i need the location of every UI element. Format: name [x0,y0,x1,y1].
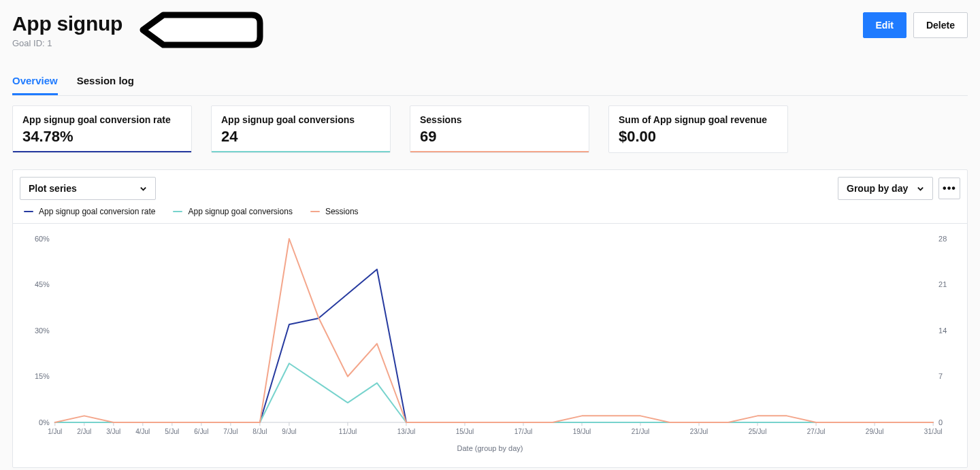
svg-text:1/Jul: 1/Jul [48,428,62,435]
svg-text:60%: 60% [35,235,50,243]
svg-text:9/Jul: 9/Jul [282,428,296,435]
legend-item[interactable]: App signup goal conversions [173,207,292,223]
svg-text:5/Jul: 5/Jul [165,428,179,435]
card-value: $0.00 [619,128,778,146]
svg-text:29/Jul: 29/Jul [866,428,884,435]
group-by-select[interactable]: Group by day [838,177,933,200]
delete-button[interactable]: Delete [913,12,968,38]
svg-text:15/Jul: 15/Jul [456,428,474,435]
line-chart: 0%15%30%45%60%071421281/Jul2/Jul3/Jul4/J… [22,231,958,455]
legend-item[interactable]: Sessions [310,207,359,223]
goal-id-label: Goal ID: 1 [12,38,122,48]
svg-text:31/Jul: 31/Jul [924,428,943,435]
legend-swatch [24,211,33,212]
svg-text:2/Jul: 2/Jul [77,428,91,435]
svg-text:28: 28 [938,235,947,243]
plot-series-select[interactable]: Plot series [20,177,156,200]
svg-text:8/Jul: 8/Jul [252,428,267,435]
card-accent [13,151,191,152]
svg-text:14: 14 [938,326,947,335]
page-title: App signup [12,12,122,35]
card-value: 24 [221,128,380,146]
card-accent [410,151,589,152]
card-value: 34.78% [22,128,182,146]
svg-text:30%: 30% [35,326,50,335]
more-icon: ••• [943,182,956,195]
card-conversions[interactable]: App signup goal conversions 24 [211,105,391,153]
card-value: 69 [420,128,579,146]
svg-text:19/Jul: 19/Jul [573,428,591,435]
card-revenue[interactable]: Sum of App signup goal revenue $0.00 [608,105,788,153]
card-label: Sum of App signup goal revenue [619,114,778,125]
card-accent [212,151,390,152]
tab-session-log[interactable]: Session log [77,69,134,95]
chevron-down-icon [917,185,924,192]
svg-text:0%: 0% [39,418,50,426]
svg-text:3/Jul: 3/Jul [106,428,120,435]
svg-text:23/Jul: 23/Jul [690,428,708,435]
card-label: Sessions [420,114,579,125]
group-by-label: Group by day [847,183,908,194]
tab-overview[interactable]: Overview [12,69,58,95]
plot-series-label: Plot series [29,183,77,194]
svg-text:0: 0 [938,418,943,426]
svg-text:21/Jul: 21/Jul [632,428,650,435]
card-sessions[interactable]: Sessions 69 [410,105,589,153]
card-label: App signup goal conversion rate [22,114,182,125]
tag-annotation-icon [136,10,265,50]
edit-button[interactable]: Edit [863,12,906,38]
svg-text:13/Jul: 13/Jul [397,428,416,435]
card-label: App signup goal conversions [221,114,380,125]
svg-text:11/Jul: 11/Jul [339,428,357,435]
svg-text:17/Jul: 17/Jul [514,428,533,435]
svg-text:7: 7 [938,372,943,380]
legend-swatch [173,211,182,212]
more-menu-button[interactable]: ••• [938,178,960,199]
chevron-down-icon [140,185,147,192]
svg-text:15%: 15% [35,372,50,380]
svg-text:25/Jul: 25/Jul [749,428,767,435]
svg-text:45%: 45% [35,280,50,288]
svg-text:7/Jul: 7/Jul [223,428,238,435]
legend-label: App signup goal conversions [188,207,292,216]
legend-label: Sessions [325,207,359,216]
legend-item[interactable]: App signup goal conversion rate [24,207,155,223]
legend-swatch [310,211,320,212]
svg-text:4/Jul: 4/Jul [135,428,150,435]
legend-label: App signup goal conversion rate [39,207,155,216]
card-conversion-rate[interactable]: App signup goal conversion rate 34.78% [12,105,192,153]
svg-text:21: 21 [938,280,947,288]
svg-text:Date (group by day): Date (group by day) [457,444,523,452]
svg-text:27/Jul: 27/Jul [807,428,826,435]
svg-text:6/Jul: 6/Jul [194,428,208,435]
